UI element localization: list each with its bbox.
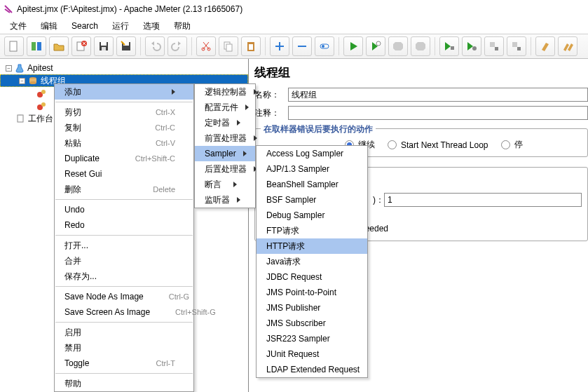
paste-button[interactable]	[241, 36, 261, 56]
menu-file[interactable]: 文件	[6, 19, 31, 34]
ctx1-item-9[interactable]: Undo	[55, 202, 193, 217]
name-input[interactable]	[288, 88, 588, 102]
ctx1-item-5[interactable]: DuplicateCtrl+Shift-C	[55, 151, 193, 166]
ctx1-item-3[interactable]: 复制Ctrl-C	[55, 120, 193, 135]
ctx3-item-2[interactable]: BeanShell Sampler	[257, 177, 367, 192]
ctx1-item-13[interactable]: 合并	[55, 253, 193, 269]
copy-button[interactable]	[219, 36, 238, 56]
ctx2-item-0[interactable]: 逻辑控制器	[195, 84, 255, 100]
start-notimer-button[interactable]	[366, 36, 385, 56]
stop-button[interactable]	[388, 36, 408, 56]
close-button[interactable]	[71, 36, 91, 56]
collapse-icon[interactable]: −	[19, 78, 25, 84]
ctx1-item-17[interactable]: Save Screen As ImageCtrl+Shift-G	[55, 304, 193, 320]
ctx3-item-13[interactable]: JUnit Request	[257, 346, 367, 362]
context-menu-2: 逻辑控制器配置元件定时器前置处理器Sampler后置处理器断言监听器	[194, 83, 256, 208]
ctx2-item-4[interactable]: Sampler	[195, 146, 255, 161]
ctx2-item-7[interactable]: 监听器	[195, 192, 255, 208]
menu-accel: Delete	[153, 185, 175, 194]
save-button[interactable]	[94, 36, 114, 56]
ctx1-item-23[interactable]: 帮助	[55, 376, 193, 391]
ctx3-item-1[interactable]: AJP/1.3 Sampler	[257, 161, 367, 177]
shutdown-button[interactable]	[411, 36, 430, 56]
submenu-arrow-icon	[172, 89, 175, 95]
tree-item-apitest[interactable]: − Apitest	[0, 62, 248, 74]
name-label: 名称：	[254, 89, 288, 101]
ctx3-item-8[interactable]: JDBC Request	[257, 269, 367, 285]
submenu-arrow-icon	[243, 151, 247, 156]
ctx1-item-14[interactable]: 保存为...	[55, 269, 193, 284]
remote-start2-button[interactable]	[462, 36, 481, 56]
ctx1-item-6[interactable]: Reset Gui	[55, 166, 193, 182]
menu-accel: Ctrl+Shift-G	[175, 308, 216, 316]
start-button[interactable]	[343, 36, 363, 56]
collapse-button[interactable]	[292, 36, 312, 56]
ctx1-item-10[interactable]: Redo	[55, 217, 193, 233]
ctx1-item-12[interactable]: 打开...	[55, 238, 193, 253]
field-label: )：	[373, 194, 384, 206]
templates-button[interactable]	[27, 36, 46, 56]
ctx3-item-11[interactable]: JMS Subscriber	[257, 316, 367, 331]
expand-button[interactable]	[270, 36, 289, 56]
menu-label: 配置元件	[205, 102, 238, 114]
spool-icon	[28, 76, 38, 86]
radio-stop[interactable]: 停	[501, 139, 523, 151]
svg-rect-32	[18, 115, 23, 122]
ctx3-item-4[interactable]: Debug Sampler	[257, 208, 367, 223]
ctx1-item-2[interactable]: 剪切Ctrl-X	[55, 104, 193, 120]
ctx1-item-19[interactable]: 启用	[55, 325, 193, 340]
loop-input[interactable]	[384, 193, 582, 207]
svg-rect-23	[512, 42, 517, 47]
ctx1-item-16[interactable]: Save Node As ImageCtrl-G	[55, 289, 193, 304]
menu-options[interactable]: 选项	[139, 19, 164, 34]
ctx3-item-10[interactable]: JMS Publisher	[257, 300, 367, 316]
ctx3-item-0[interactable]: Access Log Sampler	[257, 146, 367, 161]
remote-start-button[interactable]	[439, 36, 459, 56]
ctx1-item-4[interactable]: 粘贴Ctrl-V	[55, 135, 193, 151]
undo-button[interactable]	[145, 36, 165, 56]
ctx3-item-6[interactable]: HTTP请求	[257, 238, 367, 254]
ctx3-item-9[interactable]: JMS Point-to-Point	[257, 285, 367, 300]
radio-startnext[interactable]: Start Next Thread Loop	[388, 140, 488, 150]
menu-label: Redo	[64, 220, 175, 230]
ctx1-item-7[interactable]: 删除Delete	[55, 182, 193, 197]
redo-button[interactable]	[167, 36, 187, 56]
collapse-icon[interactable]: −	[6, 65, 12, 72]
new-button[interactable]	[4, 36, 24, 56]
menu-run[interactable]: 运行	[108, 19, 133, 34]
clear-all-button[interactable]	[558, 36, 577, 56]
ctx1-item-21[interactable]: ToggleCtrl-T	[55, 356, 193, 371]
saveas-button[interactable]	[116, 36, 136, 56]
toggle-button[interactable]	[315, 36, 334, 56]
open-button[interactable]	[49, 36, 69, 56]
menu-search[interactable]: Search	[67, 20, 102, 32]
ctx3-item-5[interactable]: FTP请求	[257, 223, 367, 238]
comment-input[interactable]	[288, 106, 588, 120]
menu-help[interactable]: 帮助	[170, 19, 195, 34]
menu-label: 监听器	[205, 194, 230, 206]
ctx1-item-20[interactable]: 禁用	[55, 340, 193, 356]
menu-label: 帮助	[64, 378, 175, 390]
ctx3-item-14[interactable]: LDAP Extended Request	[257, 362, 367, 377]
menu-edit[interactable]: 编辑	[36, 19, 62, 34]
ctx2-item-6[interactable]: 断言	[195, 177, 255, 192]
cut-button[interactable]	[196, 36, 216, 56]
ctx3-item-12[interactable]: JSR223 Sampler	[257, 331, 367, 346]
remote-shutdown-button[interactable]	[507, 36, 526, 56]
remote-stop-button[interactable]	[484, 36, 504, 56]
menu-label: 合并	[64, 255, 175, 267]
svg-rect-6	[101, 42, 107, 46]
ctx3-item-7[interactable]: Java请求	[257, 254, 367, 269]
ctx2-item-3[interactable]: 前置处理器	[195, 130, 255, 146]
ctx2-item-1[interactable]: 配置元件	[195, 100, 255, 115]
ctx3-item-3[interactable]: BSF Sampler	[257, 192, 367, 208]
menu-accel: Ctrl-T	[156, 359, 176, 367]
clipboard-icon	[15, 114, 25, 123]
menu-label: 启用	[64, 327, 175, 339]
ctx2-item-5[interactable]: 后置处理器	[195, 161, 255, 177]
menu-label: 剪切	[64, 107, 130, 119]
menu-label: HTTP请求	[266, 241, 349, 252]
clear-button[interactable]	[535, 36, 555, 56]
ctx1-item-0[interactable]: 添加	[55, 84, 193, 100]
ctx2-item-2[interactable]: 定时器	[195, 115, 255, 130]
